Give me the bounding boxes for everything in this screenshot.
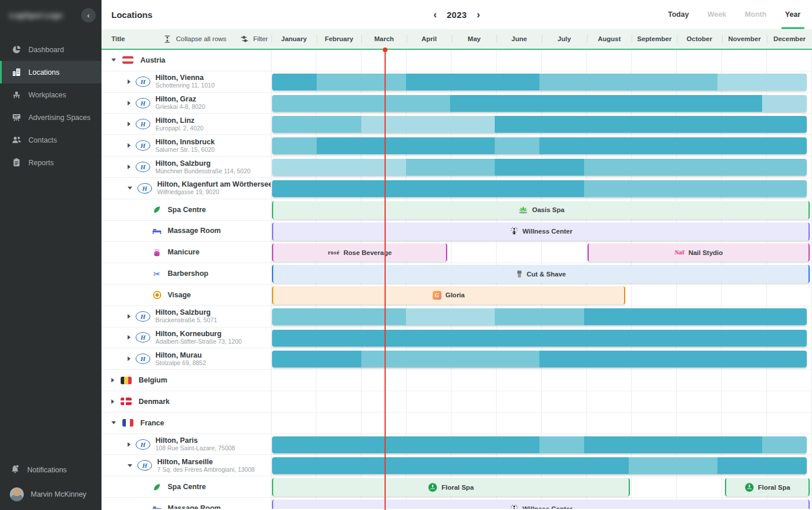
row-service-manicure[interactable]: ManicureroséRose BeverageNailNail Stydio	[102, 242, 812, 263]
month-header-november: November	[722, 29, 767, 49]
collapse-toggle-icon[interactable]	[128, 187, 132, 190]
booking-bar-oasis-spa[interactable]: Oasis Spa	[272, 201, 810, 219]
expand-toggle-icon[interactable]	[111, 399, 114, 404]
expand-toggle-icon[interactable]	[128, 79, 130, 84]
row-country-france[interactable]: France	[102, 413, 812, 434]
row-title-cell[interactable]: HHilton, KorneuburgAdalbert-Stifter-Stra…	[102, 327, 271, 348]
user-menu[interactable]: Marvin McKinney	[0, 482, 102, 507]
sidebar-collapse-button[interactable]: ‹	[81, 8, 96, 23]
hotel-availability-bar[interactable]	[272, 436, 806, 453]
tab-year[interactable]: Year	[785, 0, 800, 29]
row-country-denmark[interactable]: Denmark	[102, 391, 812, 413]
row-title-cell[interactable]: ✂Barbershop	[102, 263, 271, 284]
next-year-button[interactable]: ›	[476, 9, 481, 20]
prev-year-button[interactable]: ‹	[432, 9, 438, 20]
row-title-cell[interactable]: Massage Room	[102, 498, 271, 509]
row-service-spa-centre[interactable]: Spa CentreFloral SpaFloral Spa	[102, 476, 812, 498]
sidebar-item-reports[interactable]: Reports	[0, 151, 102, 174]
hotel-availability-bar[interactable]	[272, 351, 806, 367]
booking-bar-willness-center[interactable]: Willness Center	[272, 500, 810, 509]
row-title-cell[interactable]: Spa Centre	[102, 476, 271, 497]
row-title-cell[interactable]: Denmark	[102, 391, 271, 412]
bar-segment-dark	[272, 74, 317, 90]
expand-toggle-icon[interactable]	[128, 143, 130, 148]
row-hotel-hilton-salzburg[interactable]: HHilton, SalzburgMünchner Bundesstraße 1…	[102, 156, 812, 178]
notifications-button[interactable]: Notifications	[0, 458, 102, 482]
tab-week[interactable]: Week	[708, 0, 726, 29]
expand-toggle-icon[interactable]	[128, 442, 130, 447]
row-hotel-hilton-klagenfurt-am-w-rthersee[interactable]: HHilton, Klagenfurt am WörtherseeWilfrie…	[102, 178, 812, 199]
row-title-cell[interactable]: HHilton, SalzburgMünchner Bundesstraße 1…	[102, 156, 271, 177]
row-service-massage-room[interactable]: Massage RoomWillness Center	[102, 221, 812, 242]
row-title-cell[interactable]: Spa Centre	[102, 199, 271, 220]
collapse-all-rows-button[interactable]: Collapse all rows	[163, 35, 226, 43]
row-service-spa-centre[interactable]: Spa CentreOasis Spa	[102, 199, 812, 221]
hotel-availability-bar[interactable]	[272, 457, 806, 474]
row-hotel-hilton-korneuburg[interactable]: HHilton, KorneuburgAdalbert-Stifter-Stra…	[102, 327, 812, 349]
booking-bar-floral-spa[interactable]: Floral Spa	[725, 478, 810, 496]
collapse-toggle-icon[interactable]	[128, 464, 132, 467]
hotel-availability-bar[interactable]	[272, 116, 806, 133]
row-service-massage-room[interactable]: Massage RoomWillness Center	[102, 498, 812, 509]
row-country-belgium[interactable]: Belgium	[102, 370, 812, 391]
sidebar-item-locations[interactable]: Locations	[0, 61, 102, 83]
booking-bar-floral-spa[interactable]: Floral Spa	[272, 478, 629, 496]
tab-month[interactable]: Month	[745, 0, 766, 29]
expand-toggle-icon[interactable]	[128, 122, 130, 126]
row-title-cell[interactable]: HHilton, LinzEuropapl. 2, 4020	[102, 114, 271, 134]
row-title-cell[interactable]: HHilton, Klagenfurt am WörtherseeWilfrie…	[102, 178, 271, 199]
row-hotel-hilton-vienna[interactable]: HHilton, ViennaSchottenring 11, 1010	[102, 71, 812, 93]
row-service-barbershop[interactable]: ✂BarbershopCut & Shave	[102, 263, 812, 285]
sidebar-item-workplaces[interactable]: Workplaces	[0, 83, 102, 106]
hotel-availability-bar[interactable]	[272, 159, 806, 176]
row-hotel-hilton-innsbruck[interactable]: HHilton, InnsbruckSalurner Str. 15, 6020	[102, 135, 812, 156]
booking-bar-nail-stydio[interactable]: NailNail Stydio	[588, 243, 810, 261]
booking-bar-rose-beverage[interactable]: roséRose Beverage	[272, 243, 447, 261]
expand-toggle-icon[interactable]	[111, 378, 114, 382]
hotel-availability-bar[interactable]	[272, 180, 806, 197]
sidebar-item-contacts[interactable]: Contacts	[0, 129, 102, 151]
filter-button[interactable]: Filter	[240, 35, 268, 43]
month-header-june: June	[496, 29, 542, 49]
booking-bar-cut-shave[interactable]: Cut & Shave	[272, 265, 810, 283]
row-hotel-hilton-paris[interactable]: HHilton, Paris108 Rue Saint-Lazare, 7500…	[102, 434, 812, 456]
expand-toggle-icon[interactable]	[128, 335, 130, 340]
sidebar-item-advertising-spaces[interactable]: Advertising Spaces	[0, 106, 102, 129]
sidebar-item-dashboard[interactable]: Dashboard	[0, 38, 102, 61]
row-country-austria[interactable]: Austria	[102, 50, 812, 71]
hotel-availability-bar[interactable]	[272, 308, 806, 325]
hotel-availability-bar[interactable]	[272, 74, 806, 90]
row-hotel-hilton-marseille[interactable]: HHilton, Marseille7 Sq. des Frères Ambro…	[102, 455, 812, 476]
hotel-availability-bar[interactable]	[272, 330, 806, 347]
row-title-cell[interactable]: HHilton, ViennaSchottenring 11, 1010	[102, 71, 271, 92]
row-hotel-hilton-murau[interactable]: HHilton, MurauStolzalpe 69, 8852	[102, 348, 812, 370]
expand-toggle-icon[interactable]	[128, 101, 130, 105]
row-title-cell[interactable]: Visage	[102, 285, 271, 305]
row-title-cell[interactable]: Belgium	[102, 370, 271, 391]
row-title-cell[interactable]: HHilton, InnsbruckSalurner Str. 15, 6020	[102, 135, 271, 156]
collapse-toggle-icon[interactable]	[111, 59, 116, 61]
row-title-cell[interactable]: HHilton, MurauStolzalpe 69, 8852	[102, 348, 271, 369]
hotel-availability-bar[interactable]	[272, 95, 806, 112]
row-hotel-hilton-linz[interactable]: HHilton, LinzEuropapl. 2, 4020	[102, 114, 812, 135]
row-hotel-hilton-salzburg[interactable]: HHilton, SalzburgBrückenstraße 5, 5071	[102, 306, 812, 327]
row-title-cell[interactable]: France	[102, 413, 271, 434]
hotel-availability-bar[interactable]	[272, 137, 806, 154]
row-service-visage[interactable]: VisageGGloria	[102, 285, 812, 306]
expand-toggle-icon[interactable]	[128, 314, 130, 319]
row-title-cell[interactable]: HHilton, Marseille7 Sq. des Frères Ambro…	[102, 455, 271, 476]
row-title-cell[interactable]: HHilton, Paris108 Rue Saint-Lazare, 7500…	[102, 434, 271, 455]
booking-bar-willness-center[interactable]: Willness Center	[272, 223, 810, 241]
row-title-cell[interactable]: HHilton, GrazGrieskai 4-8, 8020	[102, 93, 271, 114]
expand-toggle-icon[interactable]	[128, 356, 130, 361]
row-title-cell[interactable]: Manicure	[102, 242, 271, 263]
row-title-cell[interactable]: Massage Room	[102, 221, 271, 242]
row-title-cell[interactable]: HHilton, SalzburgBrückenstraße 5, 5071	[102, 306, 271, 327]
row-title-cell[interactable]: Austria	[102, 50, 271, 71]
expand-toggle-icon[interactable]	[128, 165, 130, 169]
collapse-toggle-icon[interactable]	[111, 421, 116, 424]
hotel-name: Hilton, Marseille	[157, 458, 255, 466]
tab-today[interactable]: Today	[668, 0, 689, 29]
booking-bar-gloria[interactable]: GGloria	[272, 286, 625, 304]
row-hotel-hilton-graz[interactable]: HHilton, GrazGrieskai 4-8, 8020	[102, 93, 812, 114]
